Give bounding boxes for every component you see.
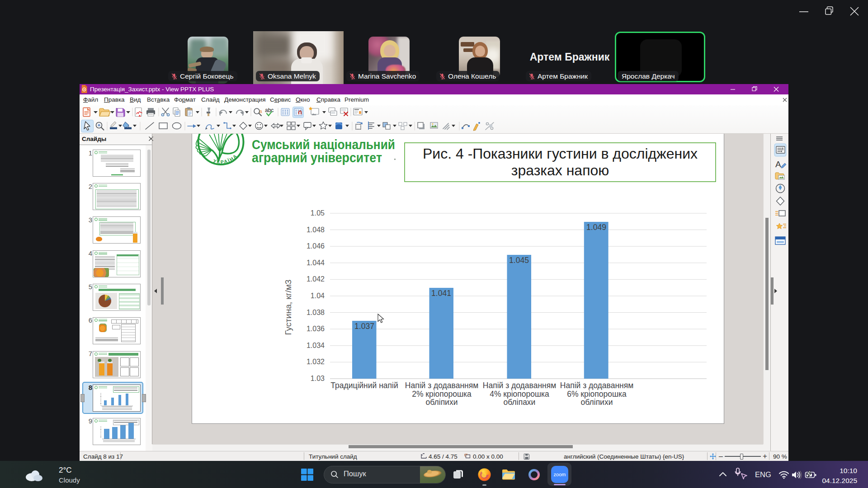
svg-text:1.045: 1.045: [509, 256, 529, 265]
svg-text:зразках напою: зразках напою: [511, 162, 609, 178]
svg-text:A: A: [775, 160, 781, 169]
svg-text:1.032: 1.032: [307, 358, 325, 366]
svg-text:abc: abc: [265, 107, 274, 113]
svg-text:Напій з додаванням: Напій з додаванням: [483, 381, 556, 390]
svg-text:1.044: 1.044: [307, 259, 325, 267]
svg-text:1.04: 1.04: [311, 292, 325, 300]
svg-text:1.05: 1.05: [311, 209, 325, 217]
svg-text:1.036: 1.036: [307, 325, 325, 333]
svg-text:1.03: 1.03: [311, 375, 325, 382]
svg-text:аграрний університет: аграрний університет: [252, 150, 382, 165]
svg-text:обліпахи: обліпахи: [504, 398, 536, 407]
svg-text:Сумський національний: Сумський національний: [252, 137, 395, 152]
svg-text:1.041: 1.041: [431, 289, 451, 298]
svg-text:1.037: 1.037: [354, 322, 374, 331]
svg-text:обліпихи: обліпихи: [426, 398, 458, 407]
svg-text:Рис. 4 -Показники густини в до: Рис. 4 -Показники густини в досліджених: [423, 145, 698, 162]
svg-text:Напій з додаванням: Напій з додаванням: [405, 381, 478, 390]
svg-text:a: a: [259, 109, 262, 114]
svg-text:1.049: 1.049: [586, 223, 606, 232]
svg-text:Густина, кг/м3: Густина, кг/м3: [283, 280, 293, 335]
svg-text:1.046: 1.046: [307, 242, 325, 250]
svg-text:Традиційний напій: Традиційний напій: [330, 381, 398, 390]
svg-text:1.042: 1.042: [307, 275, 325, 283]
svg-text:4% кріопорошка: 4% кріопорошка: [490, 389, 549, 399]
svg-text:1.034: 1.034: [307, 342, 325, 349]
svg-text:обліпихи: обліпихи: [581, 398, 613, 407]
svg-text:1.038: 1.038: [307, 309, 325, 316]
svg-text:1.048: 1.048: [307, 226, 325, 234]
svg-text:2% кріопорошка: 2% кріопорошка: [412, 389, 472, 399]
svg-text:6% кріопорошка: 6% кріопорошка: [567, 389, 627, 399]
svg-text:Напій з додаванням: Напій з додаванням: [560, 381, 633, 390]
